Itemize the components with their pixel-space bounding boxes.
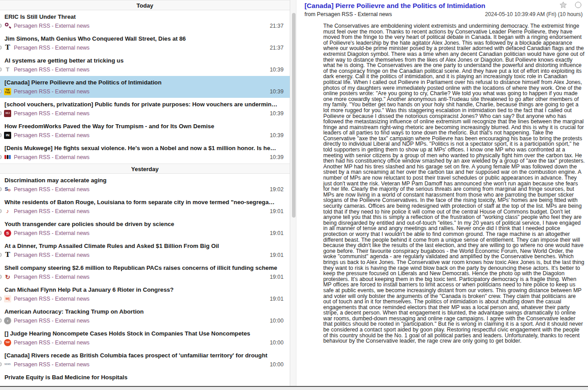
list-item[interactable]: At a Dinner, Trump Assailed Climate Rule… <box>0 239 290 261</box>
horizontal-scrollbar[interactable] <box>0 386 588 390</box>
letter-t-favicon: T <box>4 66 11 73</box>
article-header: [Canada] Pierre Poilievre and the Politi… <box>297 0 588 17</box>
npr-favicon <box>4 154 11 161</box>
nytimes-favicon: T <box>4 252 11 259</box>
item-title: White residents of Baton Rouge, Louisian… <box>4 199 284 205</box>
item-title: [Canada] Pierre Poilievre and the Politi… <box>4 79 284 86</box>
ocj-favicon: OCJ <box>4 110 11 117</box>
list-item[interactable]: [Denis Mukwege] He fights sexual violenc… <box>0 142 290 164</box>
item-title: [Denis Mukwege] He fights sexual violenc… <box>4 145 284 151</box>
intercept-favicon: IN <box>4 132 11 139</box>
item-time: 10:39 <box>266 110 284 117</box>
item-source: Persagen RSS - External news <box>14 230 90 236</box>
item-source: Persagen RSS - External news <box>14 186 90 193</box>
item-time: 10:39 <box>266 88 284 95</box>
list-item[interactable]: Can Michael Flynn Help Put a January 6 R… <box>0 283 290 305</box>
item-source: Persagen RSS - External news <box>14 208 90 214</box>
read-toggle-circle-icon[interactable] <box>574 1 582 8</box>
read-state-icon <box>0 155 2 159</box>
scrollbar-thumb[interactable] <box>292 13 296 218</box>
list-item[interactable]: Shell company steering $2.6 million to R… <box>0 261 290 283</box>
item-time: 19:01 <box>266 252 284 258</box>
list-item[interactable]: White residents of Baton Rouge, Louisian… <box>0 196 290 218</box>
item-title: Youth transgender care policies should b… <box>4 221 284 227</box>
list-item[interactable]: How FreedomWorks Paved the Way for Trump… <box>0 120 290 142</box>
list-item[interactable]: ERIC Is Still Under ThreatPersagen RSS -… <box>0 10 290 32</box>
item-time: 19:01 <box>266 208 284 214</box>
item-title: [school vouchers, privatization] Public … <box>4 101 284 108</box>
item-title: [] Judge Hearing Noncompete Cases Holds … <box>4 330 284 337</box>
list-item[interactable]: Jim Simons, Math Genius Who Conquered Wa… <box>0 32 290 54</box>
item-title: Shell company steering $2.6 million to R… <box>4 264 284 271</box>
item-source: Persagen RSS - External news <box>14 274 90 280</box>
item-title: ERIC Is Still Under Threat <box>4 13 284 20</box>
list-item[interactable]: American Autocracy: Tracking Trump on Ab… <box>0 305 290 327</box>
item-source: Persagen RSS - External news <box>14 132 90 138</box>
item-source: Persagen RSS - External news <box>14 45 90 51</box>
item-time: 19:01 <box>266 274 284 280</box>
read-state-icon <box>0 209 2 213</box>
item-time: 10:00 <box>266 318 284 324</box>
list-item[interactable]: Youth transgender care policies should b… <box>0 218 290 239</box>
item-title: Private Equity is Bad Medicine for Hospi… <box>4 374 284 381</box>
item-title: Jim Simons, Math Genius Who Conquered Wa… <box>4 35 284 42</box>
item-source: Persagen RSS - External news <box>14 110 90 117</box>
read-state-icon <box>0 362 2 366</box>
motherjones-favicon: M| <box>4 295 11 302</box>
item-time: 10:00 <box>266 340 284 346</box>
read-state-icon <box>0 67 2 71</box>
item-source: Persagen RSS - External news <box>14 361 90 368</box>
list-item[interactable]: [Canada] Rivers recede as British Columb… <box>0 349 290 371</box>
opensecrets-favicon: ↻ <box>4 273 11 281</box>
list-item[interactable]: [] Judge Hearing Noncompete Cases Holds … <box>0 327 290 349</box>
read-state-icon <box>0 297 2 301</box>
nytimes-favicon: T <box>4 44 11 51</box>
item-title: American Autocracy: Tracking Trump on Ab… <box>4 308 284 315</box>
list-item[interactable]: Discrimination may accelerate agingSDPer… <box>0 174 290 196</box>
read-state-icon <box>0 319 2 323</box>
group-header: Yesterday <box>0 164 290 174</box>
note-glyph-favicon: ♪ <box>4 208 11 215</box>
list-item[interactable]: Private Equity is Bad Medicine for Hospi… <box>0 371 290 386</box>
item-source: Persagen RSS - External news <box>14 318 90 324</box>
read-state-icon <box>0 46 2 50</box>
article-pane: [Canada] Pierre Poilievre and the Politi… <box>297 0 588 386</box>
item-time: 19:01 <box>266 296 284 302</box>
item-source: Persagen RSS - External news <box>14 340 90 346</box>
item-source: Persagen RSS - External news <box>14 296 90 302</box>
item-list-scrollbar[interactable] <box>290 0 296 386</box>
item-source: Persagen RSS - External news <box>14 154 90 160</box>
list-item[interactable]: [Canada] Pierre Poilievre and the Politi… <box>0 76 290 98</box>
read-state-icon <box>0 187 2 191</box>
sciencedaily-favicon: SD <box>4 186 11 193</box>
item-time: 10:39 <box>266 67 284 73</box>
article-date: 2024-05-10 10:39:49 AM (Fri) (10 hours) <box>485 11 583 17</box>
article-title[interactable]: [Canada] Pierre Poilievre and the Politi… <box>304 1 583 10</box>
read-state-icon <box>0 133 2 137</box>
item-source: Persagen RSS - External news <box>14 88 90 95</box>
item-title: Can Michael Flynn Help Put a January 6 R… <box>4 286 284 293</box>
item-source: Persagen RSS - External news <box>14 23 90 29</box>
item-time: 21:37 <box>266 45 284 51</box>
group-header: Today <box>0 0 290 10</box>
item-list[interactable]: TodayERIC Is Still Under ThreatPersagen … <box>0 0 290 386</box>
list-item[interactable]: [school vouchers, privatization] Public … <box>0 98 290 120</box>
item-time: 19:01 <box>266 230 284 236</box>
item-time: 10:39 <box>266 132 284 138</box>
item-source: Persagen RSS - External news <box>14 252 90 258</box>
tap-favicon: TAP <box>4 339 11 346</box>
read-state-icon <box>0 231 2 235</box>
item-title: Discrimination may accelerate aging <box>4 177 284 184</box>
item-source: Persagen RSS - External news <box>14 67 90 73</box>
article-body: The Conservatives are emboldening violen… <box>323 23 585 344</box>
play-circle-favicon: › <box>4 317 11 324</box>
flag-star-icon[interactable] <box>559 1 567 8</box>
list-item[interactable]: AI systems are getting better at trickin… <box>0 54 290 76</box>
item-title: [Canada] Rivers recede as British Columb… <box>4 352 284 359</box>
item-title: How FreedomWorks Paved the Way for Trump… <box>4 123 284 130</box>
read-state-icon <box>0 253 2 257</box>
read-state-icon <box>0 111 2 115</box>
magnifier-favicon <box>4 22 11 29</box>
item-title: AI systems are getting better at trickin… <box>4 57 284 64</box>
tyee-favicon: THE TYEE <box>4 88 11 95</box>
